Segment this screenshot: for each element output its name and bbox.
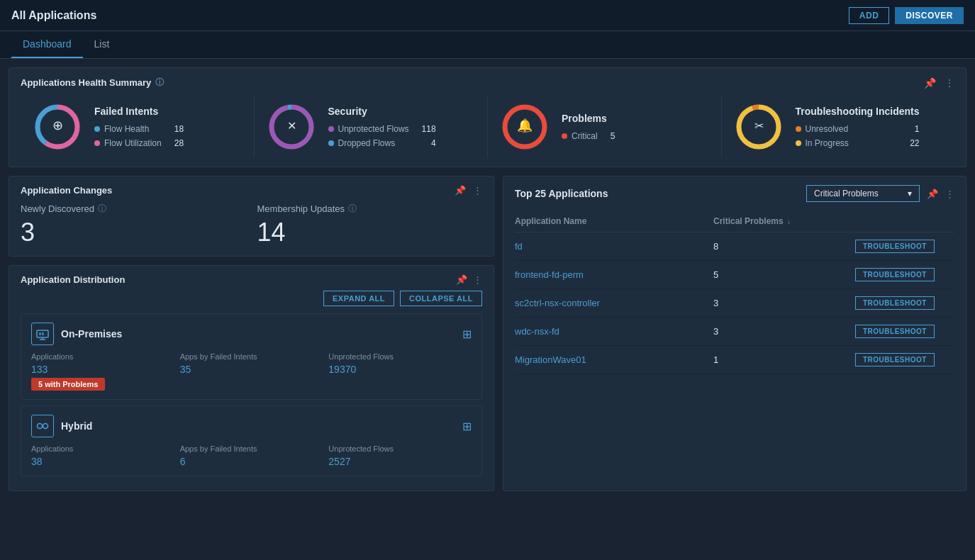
app-name-sc2ctrl[interactable]: sc2ctrl-nsx-controller	[515, 298, 713, 308]
critical-value-frontend: 5	[713, 269, 855, 280]
col-critical-problems[interactable]: Critical Problems ↓	[713, 216, 855, 226]
more-icon[interactable]: ⋮	[945, 77, 954, 89]
troubleshoot-btn-frontend[interactable]: TROUBLESHOOT	[855, 268, 935, 281]
hybrid-name: Hybrid	[61, 420, 455, 432]
bottom-row: Application Changes 📌 ⋮ Newly Discovered…	[9, 176, 966, 491]
dist-title: Application Distribution	[21, 274, 125, 285]
critical-value-wdc: 3	[713, 326, 855, 337]
svg-text:⊕: ⊕	[52, 118, 63, 133]
legend-dot-critical	[562, 133, 567, 139]
donut-problems: 🔔	[499, 101, 550, 152]
top25-dropdown[interactable]: Critical Problems ▾	[806, 185, 920, 202]
dist-section-on-premises-header: On-Premises ⊞	[31, 323, 472, 345]
legend-dot-unresolved	[796, 126, 801, 132]
legend-dot-dropped	[328, 140, 334, 146]
hybrid-unprotected-flows: Unprotected Flows 2527	[328, 444, 472, 467]
pin-icon-changes[interactable]: 📌	[455, 185, 466, 196]
svg-point-19	[38, 424, 43, 429]
panel-troubleshooting: ✂ Troubleshooting Incidents Unresolved 1…	[722, 96, 955, 158]
tab-dashboard[interactable]: Dashboard	[11, 31, 83, 58]
expand-all-button[interactable]: EXPAND ALL	[323, 291, 394, 306]
troubleshoot-cell-migration: TROUBLESHOOT	[855, 353, 954, 366]
membership-updates-panel: Membership Updates ⓘ 14	[257, 203, 483, 247]
panel-problems: 🔔 Problems Critical 5	[488, 96, 722, 158]
legend-critical: Critical 5	[562, 131, 615, 141]
hybrid-expand-icon[interactable]: ⊞	[462, 420, 472, 433]
add-button[interactable]: ADD	[849, 7, 890, 24]
health-summary-card: Applications Health Summary ⓘ 📌 ⋮	[9, 67, 966, 167]
app-name-frontend[interactable]: frontend-fd-perm	[515, 269, 713, 280]
app-name-wdc[interactable]: wdc-nsx-fd	[515, 326, 713, 337]
table-row: sc2ctrl-nsx-controller 3 TROUBLESHOOT	[515, 289, 954, 318]
panel-failed-intents: ⊕ Failed Intents Flow Health 18 Flow Uti…	[21, 96, 255, 158]
app-changes-actions: 📌 ⋮	[455, 185, 482, 196]
membership-updates-label: Membership Updates ⓘ	[257, 203, 483, 215]
hybrid-apps-failed: Apps by Failed Intents 6	[180, 444, 323, 467]
discover-button[interactable]: DISCOVER	[895, 7, 964, 24]
top25-card: Top 25 Applications Critical Problems ▾ …	[503, 176, 966, 491]
troubleshoot-btn-wdc[interactable]: TROUBLESHOOT	[855, 325, 935, 338]
top25-header: Top 25 Applications Critical Problems ▾ …	[515, 185, 954, 202]
table-header: Application Name Critical Problems ↓	[515, 211, 954, 233]
on-premises-expand-icon[interactable]: ⊞	[462, 327, 472, 341]
newly-discovered-label: Newly Discovered ⓘ	[21, 203, 246, 215]
membership-updates-value: 14	[257, 218, 483, 247]
panel-problems-legend: Problems Critical 5	[562, 113, 615, 141]
legend-in-progress: In Progress 22	[796, 138, 920, 148]
app-name-fd[interactable]: fd	[515, 241, 713, 252]
troubleshoot-btn-fd[interactable]: TROUBLESHOOT	[855, 240, 935, 253]
pin-icon[interactable]: 📌	[924, 77, 936, 89]
app-changes-card: Application Changes 📌 ⋮ Newly Discovered…	[9, 176, 494, 257]
legend-dot-in-progress	[796, 140, 801, 146]
on-premises-name: On-Premises	[61, 328, 455, 340]
legend-dot-unprotected	[328, 126, 334, 132]
tabs-bar: Dashboard List	[0, 31, 975, 59]
on-premises-apps-failed: Apps by Failed Intents 35	[180, 352, 323, 391]
top25-dropdown-value: Critical Problems	[814, 189, 879, 198]
main-content: Applications Health Summary ⓘ 📌 ⋮	[0, 59, 975, 500]
table-row: fd 8 TROUBLESHOOT	[515, 233, 954, 261]
troubleshoot-btn-sc2ctrl[interactable]: TROUBLESHOOT	[855, 296, 935, 310]
pin-icon-top25[interactable]: 📌	[927, 189, 938, 199]
info-icon-membership: ⓘ	[348, 203, 357, 215]
more-icon-changes[interactable]: ⋮	[473, 185, 482, 196]
panel-failed-intents-legend: Failed Intents Flow Health 18 Flow Utili…	[94, 106, 184, 148]
troubleshoot-btn-migration[interactable]: TROUBLESHOOT	[855, 353, 935, 366]
hybrid-applications: Applications 38	[31, 444, 174, 467]
tab-list[interactable]: List	[83, 31, 121, 58]
table-row: wdc-nsx-fd 3 TROUBLESHOOT	[515, 318, 954, 346]
app-changes-grid: Newly Discovered ⓘ 3 Membership Updates …	[21, 203, 482, 247]
legend-flow-utilization: Flow Utilization 28	[94, 138, 184, 148]
dist-actions: 📌 ⋮	[456, 274, 482, 285]
app-distribution-card: Application Distribution 📌 ⋮ EXPAND ALL …	[9, 265, 494, 491]
more-icon-dist[interactable]: ⋮	[473, 274, 482, 285]
legend-unprotected-flows: Unprotected Flows 118	[328, 124, 436, 134]
pin-icon-dist[interactable]: 📌	[456, 274, 467, 285]
critical-value-fd: 8	[713, 241, 855, 252]
more-icon-top25[interactable]: ⋮	[945, 189, 954, 199]
panel-security-legend: Security Unprotected Flows 118 Dropped F…	[328, 106, 436, 148]
info-icon-newly: ⓘ	[98, 203, 106, 215]
panel-problems-title: Problems	[562, 113, 615, 124]
app-name-migration[interactable]: MigrationWave01	[515, 354, 713, 365]
on-premises-problems-badge: 5 with Problems	[31, 378, 105, 391]
svg-text:✕: ✕	[286, 120, 296, 132]
legend-dropped-flows: Dropped Flows 4	[328, 138, 436, 148]
svg-point-20	[43, 424, 48, 429]
col-action	[855, 216, 954, 226]
svg-text:🔔: 🔔	[517, 118, 533, 133]
dist-section-hybrid: Hybrid ⊞ Applications 38 Apps by Failed …	[21, 405, 482, 476]
chevron-down-icon: ▾	[908, 189, 912, 198]
info-icon: ⓘ	[155, 77, 164, 89]
legend-flow-health: Flow Health 18	[94, 124, 184, 134]
donut-failed-intents: ⊕	[32, 101, 83, 152]
hybrid-icon	[31, 415, 54, 437]
left-col: Application Changes 📌 ⋮ Newly Discovered…	[9, 176, 494, 491]
health-panels: ⊕ Failed Intents Flow Health 18 Flow Uti…	[21, 96, 954, 158]
dist-section-hybrid-header: Hybrid ⊞	[31, 415, 472, 437]
table-row: frontend-fd-perm 5 TROUBLESHOOT	[515, 261, 954, 289]
collapse-all-button[interactable]: COLLAPSE ALL	[400, 291, 482, 306]
troubleshoot-cell-sc2ctrl: TROUBLESHOOT	[855, 296, 954, 310]
top-bar: All Applications ADD DISCOVER	[0, 0, 975, 31]
sort-icon: ↓	[787, 218, 791, 225]
